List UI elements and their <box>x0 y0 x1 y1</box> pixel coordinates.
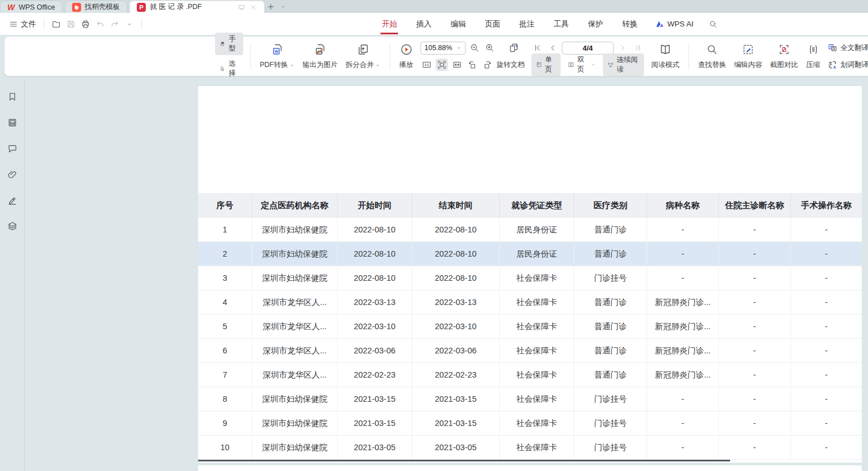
rotate-right-button[interactable] <box>481 59 494 71</box>
column-header: 结束时间 <box>412 193 500 218</box>
zoom-in-button[interactable] <box>484 42 496 54</box>
find-replace-label: 查找替换 <box>698 60 726 70</box>
reading-mode-button[interactable]: 阅读模式 <box>647 42 683 71</box>
signature-panel-button[interactable] <box>5 193 20 208</box>
menu-search-button[interactable] <box>706 17 721 32</box>
tab-wps-office[interactable]: W WPS Office <box>0 1 62 13</box>
table-cell: 社会保障卡 <box>500 387 574 411</box>
table-cell: 2022-08-10 <box>338 242 412 266</box>
screenshot-compare-button[interactable]: 截图对比 <box>766 42 802 71</box>
page-indicator-input[interactable] <box>562 42 614 55</box>
menu-tab-page[interactable]: 页面 <box>484 14 501 34</box>
last-page-button[interactable] <box>632 42 644 54</box>
fit-width-button[interactable] <box>451 59 463 71</box>
table-cell: 深圳市妇幼保健院 <box>252 436 338 459</box>
rotate-document-button[interactable] <box>508 42 520 54</box>
table-cell: 3 <box>198 266 252 290</box>
split-merge-button[interactable]: 拆分合并 <box>342 42 384 71</box>
monitor-icon[interactable] <box>238 3 245 11</box>
translation-cluster: 全文翻译 划词翻译 <box>824 41 868 71</box>
comment-panel-button[interactable] <box>5 141 20 156</box>
tab-document-pdf[interactable]: P 就 医 记 录 .PDF <box>129 1 265 13</box>
signature-icon <box>7 195 18 206</box>
zoom-level-dropdown[interactable]: 105.88% <box>420 42 466 55</box>
menu-tab-edit[interactable]: 编辑 <box>449 14 467 34</box>
table-cell: - <box>791 315 862 338</box>
compress-button[interactable]: 压缩 <box>802 42 824 71</box>
zoom-out-button[interactable] <box>468 42 481 54</box>
select-tool-button[interactable]: 选择 <box>215 57 243 80</box>
print-button[interactable] <box>78 17 93 32</box>
table-row: 9深圳市妇幼保健院2021-03-152021-03-15社会保障卡门诊挂号--… <box>198 411 862 436</box>
bookmark-panel-button[interactable] <box>5 89 20 104</box>
comment-icon <box>7 143 18 154</box>
actual-size-icon <box>422 60 432 70</box>
table-cell: 2022-08-10 <box>338 218 412 241</box>
zoom-in-icon <box>485 43 495 53</box>
word-translation-button[interactable]: 划词翻译 <box>827 58 868 71</box>
close-icon[interactable] <box>249 3 257 11</box>
table-cell: - <box>791 290 862 314</box>
full-translation-button[interactable]: 全文翻译 <box>827 41 868 55</box>
play-button[interactable]: 播放 <box>395 42 417 71</box>
table-cell: 深圳市龙华区人... <box>252 363 338 387</box>
table-cell: 新冠肺炎门诊... <box>647 363 719 387</box>
undo-history-chevron[interactable] <box>122 17 137 32</box>
new-tab-button[interactable] <box>265 1 277 13</box>
table-cell: 2022-03-10 <box>338 315 412 338</box>
first-page-button[interactable] <box>531 42 544 54</box>
table-cell: 深圳市龙华区人... <box>252 339 338 362</box>
table-cell: - <box>791 339 862 362</box>
menu-tab-insert[interactable]: 插入 <box>415 14 432 34</box>
table-cell: 社会保障卡 <box>500 266 574 290</box>
menu-tab-home[interactable]: 开始 <box>381 14 398 34</box>
menu-bar: 文件 开始 插入 编辑 页面 批注 工具 保护 转换 WPS AI <box>0 13 868 35</box>
single-page-button[interactable]: 单页 <box>531 53 561 76</box>
attachment-panel-button[interactable] <box>5 167 20 182</box>
table-cell: 门诊挂号 <box>574 411 647 435</box>
wps-ai-button[interactable]: WPS AI <box>655 20 693 29</box>
table-cell: - <box>791 411 862 435</box>
table-cell: 深圳市妇幼保健院 <box>252 266 338 290</box>
hand-tool-button[interactable]: 手型 <box>215 33 243 55</box>
tab-list-chevron[interactable] <box>277 1 289 13</box>
screenshot-compare-icon <box>778 43 790 56</box>
layers-panel-button[interactable] <box>5 219 20 234</box>
continuous-reading-button[interactable]: 连续阅读 <box>603 53 644 76</box>
thumbnail-panel-button[interactable] <box>5 115 20 130</box>
column-header: 手术操作名称 <box>791 193 862 218</box>
tab-docer-templates[interactable]: 找稻壳模板 <box>65 1 128 13</box>
redo-button[interactable] <box>108 17 122 32</box>
rotate-left-button[interactable] <box>466 59 478 71</box>
table-cell: 2021-03-05 <box>338 436 412 459</box>
table-cell: 8 <box>198 387 252 411</box>
menu-tab-protect[interactable]: 保护 <box>587 14 604 34</box>
menu-tab-annotate[interactable]: 批注 <box>518 14 535 34</box>
save-button[interactable] <box>64 17 78 32</box>
menu-tab-convert[interactable]: 转换 <box>621 14 638 34</box>
column-header: 病种名称 <box>647 193 719 218</box>
table-cell: 2022-03-06 <box>338 339 412 362</box>
table-cell: 新冠肺炎门诊... <box>647 315 719 338</box>
table-cell: 2 <box>198 242 252 266</box>
open-file-button[interactable] <box>49 17 64 32</box>
file-menu-button[interactable]: 文件 <box>6 17 39 32</box>
previous-page-button[interactable] <box>547 42 559 54</box>
find-replace-button[interactable]: 查找替换 <box>694 42 730 71</box>
menu-tab-tools[interactable]: 工具 <box>552 14 570 34</box>
next-page-button[interactable] <box>616 42 629 54</box>
fit-page-button[interactable] <box>436 59 448 71</box>
export-image-button[interactable]: 输出为图片 <box>299 42 342 71</box>
edit-content-button[interactable]: 编辑内容 <box>730 42 766 71</box>
actual-size-button[interactable] <box>420 59 433 71</box>
table-cell: 2022-03-13 <box>338 290 412 314</box>
double-page-button[interactable]: 双页 <box>563 53 600 76</box>
table-cell: 社会保障卡 <box>500 363 574 387</box>
rotate-document-label[interactable]: 旋转文档 <box>496 59 525 70</box>
table-cell: - <box>791 387 862 411</box>
undo-button[interactable] <box>93 17 108 32</box>
pdf-convert-button[interactable]: PDF转换 <box>256 42 299 71</box>
table-cell: - <box>647 411 719 435</box>
table-row: 8深圳市妇幼保健院2021-03-152021-03-15社会保障卡门诊挂号--… <box>198 387 862 411</box>
table-cell: 普通门诊 <box>574 290 647 314</box>
